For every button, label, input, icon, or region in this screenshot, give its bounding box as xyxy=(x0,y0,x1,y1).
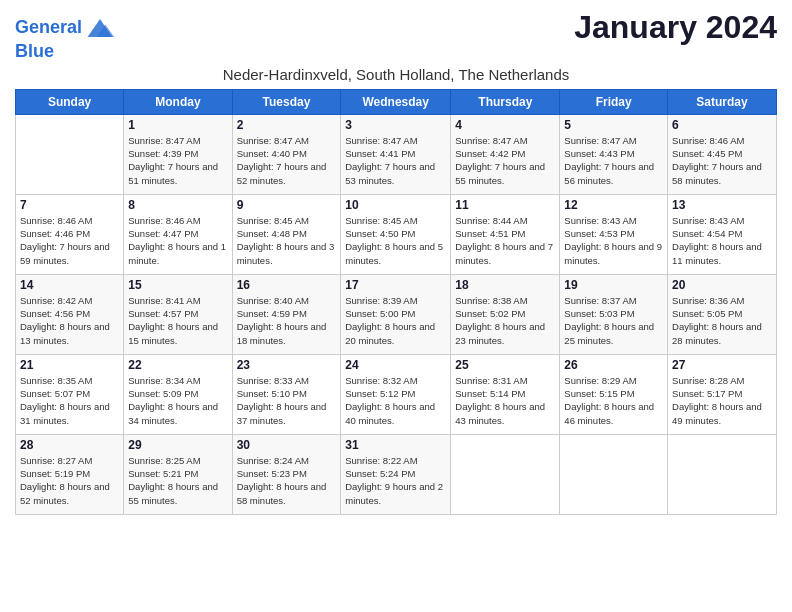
day-detail: Sunrise: 8:43 AMSunset: 4:54 PMDaylight:… xyxy=(672,214,772,267)
calendar-week-row: 21Sunrise: 8:35 AMSunset: 5:07 PMDayligh… xyxy=(16,354,777,434)
day-number: 18 xyxy=(455,278,555,292)
day-number: 3 xyxy=(345,118,446,132)
day-number: 15 xyxy=(128,278,227,292)
day-number: 12 xyxy=(564,198,663,212)
title-area: January 2024 xyxy=(574,10,777,45)
calendar-week-row: 14Sunrise: 8:42 AMSunset: 4:56 PMDayligh… xyxy=(16,274,777,354)
day-detail: Sunrise: 8:47 AMSunset: 4:41 PMDaylight:… xyxy=(345,134,446,187)
day-number: 20 xyxy=(672,278,772,292)
weekday-header: Friday xyxy=(560,89,668,114)
calendar-table: SundayMondayTuesdayWednesdayThursdayFrid… xyxy=(15,89,777,515)
weekday-header: Wednesday xyxy=(341,89,451,114)
calendar-cell: 19Sunrise: 8:37 AMSunset: 5:03 PMDayligh… xyxy=(560,274,668,354)
day-number: 2 xyxy=(237,118,337,132)
calendar-cell: 2Sunrise: 8:47 AMSunset: 4:40 PMDaylight… xyxy=(232,114,341,194)
weekday-header-row: SundayMondayTuesdayWednesdayThursdayFrid… xyxy=(16,89,777,114)
day-detail: Sunrise: 8:34 AMSunset: 5:09 PMDaylight:… xyxy=(128,374,227,427)
calendar-cell xyxy=(668,434,777,514)
calendar-cell: 29Sunrise: 8:25 AMSunset: 5:21 PMDayligh… xyxy=(124,434,232,514)
weekday-header: Tuesday xyxy=(232,89,341,114)
calendar-cell: 26Sunrise: 8:29 AMSunset: 5:15 PMDayligh… xyxy=(560,354,668,434)
day-number: 31 xyxy=(345,438,446,452)
calendar-cell: 4Sunrise: 8:47 AMSunset: 4:42 PMDaylight… xyxy=(451,114,560,194)
day-number: 23 xyxy=(237,358,337,372)
calendar-cell xyxy=(560,434,668,514)
calendar-cell: 28Sunrise: 8:27 AMSunset: 5:19 PMDayligh… xyxy=(16,434,124,514)
day-detail: Sunrise: 8:47 AMSunset: 4:42 PMDaylight:… xyxy=(455,134,555,187)
calendar-cell: 23Sunrise: 8:33 AMSunset: 5:10 PMDayligh… xyxy=(232,354,341,434)
day-number: 1 xyxy=(128,118,227,132)
calendar-cell: 3Sunrise: 8:47 AMSunset: 4:41 PMDaylight… xyxy=(341,114,451,194)
day-detail: Sunrise: 8:32 AMSunset: 5:12 PMDaylight:… xyxy=(345,374,446,427)
day-detail: Sunrise: 8:24 AMSunset: 5:23 PMDaylight:… xyxy=(237,454,337,507)
day-detail: Sunrise: 8:46 AMSunset: 4:46 PMDaylight:… xyxy=(20,214,119,267)
day-detail: Sunrise: 8:44 AMSunset: 4:51 PMDaylight:… xyxy=(455,214,555,267)
calendar-cell xyxy=(451,434,560,514)
day-number: 19 xyxy=(564,278,663,292)
day-detail: Sunrise: 8:35 AMSunset: 5:07 PMDaylight:… xyxy=(20,374,119,427)
calendar-cell: 11Sunrise: 8:44 AMSunset: 4:51 PMDayligh… xyxy=(451,194,560,274)
calendar-week-row: 7Sunrise: 8:46 AMSunset: 4:46 PMDaylight… xyxy=(16,194,777,274)
day-detail: Sunrise: 8:25 AMSunset: 5:21 PMDaylight:… xyxy=(128,454,227,507)
day-detail: Sunrise: 8:33 AMSunset: 5:10 PMDaylight:… xyxy=(237,374,337,427)
calendar-cell: 15Sunrise: 8:41 AMSunset: 4:57 PMDayligh… xyxy=(124,274,232,354)
day-detail: Sunrise: 8:43 AMSunset: 4:53 PMDaylight:… xyxy=(564,214,663,267)
day-detail: Sunrise: 8:46 AMSunset: 4:47 PMDaylight:… xyxy=(128,214,227,267)
calendar-cell: 18Sunrise: 8:38 AMSunset: 5:02 PMDayligh… xyxy=(451,274,560,354)
calendar-cell: 27Sunrise: 8:28 AMSunset: 5:17 PMDayligh… xyxy=(668,354,777,434)
calendar-cell: 17Sunrise: 8:39 AMSunset: 5:00 PMDayligh… xyxy=(341,274,451,354)
day-detail: Sunrise: 8:22 AMSunset: 5:24 PMDaylight:… xyxy=(345,454,446,507)
day-detail: Sunrise: 8:31 AMSunset: 5:14 PMDaylight:… xyxy=(455,374,555,427)
day-detail: Sunrise: 8:40 AMSunset: 4:59 PMDaylight:… xyxy=(237,294,337,347)
logo-text-blue: Blue xyxy=(15,42,116,62)
weekday-header: Thursday xyxy=(451,89,560,114)
calendar-cell: 16Sunrise: 8:40 AMSunset: 4:59 PMDayligh… xyxy=(232,274,341,354)
calendar-cell: 12Sunrise: 8:43 AMSunset: 4:53 PMDayligh… xyxy=(560,194,668,274)
calendar-cell: 13Sunrise: 8:43 AMSunset: 4:54 PMDayligh… xyxy=(668,194,777,274)
day-number: 6 xyxy=(672,118,772,132)
day-number: 17 xyxy=(345,278,446,292)
day-number: 14 xyxy=(20,278,119,292)
day-detail: Sunrise: 8:41 AMSunset: 4:57 PMDaylight:… xyxy=(128,294,227,347)
day-detail: Sunrise: 8:42 AMSunset: 4:56 PMDaylight:… xyxy=(20,294,119,347)
calendar-cell: 1Sunrise: 8:47 AMSunset: 4:39 PMDaylight… xyxy=(124,114,232,194)
day-detail: Sunrise: 8:38 AMSunset: 5:02 PMDaylight:… xyxy=(455,294,555,347)
day-number: 10 xyxy=(345,198,446,212)
calendar-cell: 8Sunrise: 8:46 AMSunset: 4:47 PMDaylight… xyxy=(124,194,232,274)
day-detail: Sunrise: 8:39 AMSunset: 5:00 PMDaylight:… xyxy=(345,294,446,347)
day-detail: Sunrise: 8:47 AMSunset: 4:40 PMDaylight:… xyxy=(237,134,337,187)
logo-text: General xyxy=(15,18,82,38)
calendar-cell: 9Sunrise: 8:45 AMSunset: 4:48 PMDaylight… xyxy=(232,194,341,274)
day-detail: Sunrise: 8:37 AMSunset: 5:03 PMDaylight:… xyxy=(564,294,663,347)
calendar-cell: 30Sunrise: 8:24 AMSunset: 5:23 PMDayligh… xyxy=(232,434,341,514)
day-number: 28 xyxy=(20,438,119,452)
day-number: 30 xyxy=(237,438,337,452)
day-detail: Sunrise: 8:28 AMSunset: 5:17 PMDaylight:… xyxy=(672,374,772,427)
day-number: 4 xyxy=(455,118,555,132)
day-number: 26 xyxy=(564,358,663,372)
month-title: January 2024 xyxy=(574,10,777,45)
header: General Blue January 2024 xyxy=(15,10,777,62)
day-detail: Sunrise: 8:36 AMSunset: 5:05 PMDaylight:… xyxy=(672,294,772,347)
logo-icon xyxy=(84,14,116,42)
day-number: 22 xyxy=(128,358,227,372)
calendar-cell: 25Sunrise: 8:31 AMSunset: 5:14 PMDayligh… xyxy=(451,354,560,434)
subtitle: Neder-Hardinxveld, South Holland, The Ne… xyxy=(15,66,777,83)
calendar-week-row: 1Sunrise: 8:47 AMSunset: 4:39 PMDaylight… xyxy=(16,114,777,194)
day-number: 24 xyxy=(345,358,446,372)
day-detail: Sunrise: 8:45 AMSunset: 4:50 PMDaylight:… xyxy=(345,214,446,267)
calendar-cell: 10Sunrise: 8:45 AMSunset: 4:50 PMDayligh… xyxy=(341,194,451,274)
day-detail: Sunrise: 8:47 AMSunset: 4:43 PMDaylight:… xyxy=(564,134,663,187)
day-number: 16 xyxy=(237,278,337,292)
day-detail: Sunrise: 8:29 AMSunset: 5:15 PMDaylight:… xyxy=(564,374,663,427)
day-number: 21 xyxy=(20,358,119,372)
calendar-cell: 20Sunrise: 8:36 AMSunset: 5:05 PMDayligh… xyxy=(668,274,777,354)
calendar-cell: 31Sunrise: 8:22 AMSunset: 5:24 PMDayligh… xyxy=(341,434,451,514)
day-number: 29 xyxy=(128,438,227,452)
day-detail: Sunrise: 8:45 AMSunset: 4:48 PMDaylight:… xyxy=(237,214,337,267)
calendar-cell: 6Sunrise: 8:46 AMSunset: 4:45 PMDaylight… xyxy=(668,114,777,194)
calendar-cell: 22Sunrise: 8:34 AMSunset: 5:09 PMDayligh… xyxy=(124,354,232,434)
calendar-cell: 7Sunrise: 8:46 AMSunset: 4:46 PMDaylight… xyxy=(16,194,124,274)
logo: General Blue xyxy=(15,14,116,62)
calendar-cell xyxy=(16,114,124,194)
